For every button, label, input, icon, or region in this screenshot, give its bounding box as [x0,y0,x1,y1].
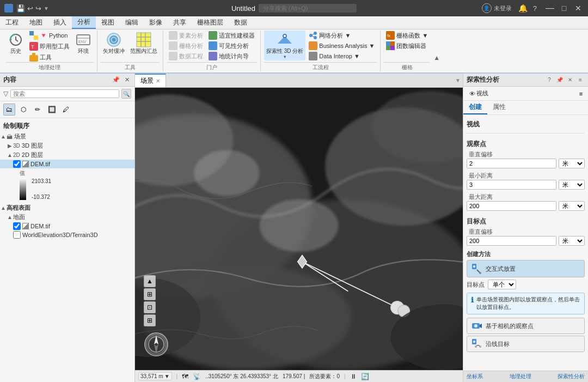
dem-ground-node[interactable]: DEM.tif [0,222,134,231]
menu-imagery[interactable]: 影像 [144,16,168,29]
ribbon-expand[interactable]: ▲ [433,31,442,71]
notification-icon[interactable]: 🔔 [518,4,528,13]
undo-icon[interactable]: ↩ [27,4,33,13]
map-zoom-full-icon[interactable]: ⊡ [144,301,156,313]
camera-observer-btn[interactable]: 基于相机的观察点 [467,318,585,334]
interactive-place-btn[interactable]: 交互式放置 [467,260,585,277]
vertical-offset-input[interactable] [467,159,556,168]
map-extra-icon[interactable]: ⊞ [144,314,156,326]
map-view[interactable]: ▲ ⊞ ⊡ ⊞ [135,88,463,370]
min-distance-input[interactable] [467,180,556,190]
exploratory-link[interactable]: 探索性分析 [558,373,585,380]
save-icon[interactable]: 💾 [16,4,25,13]
ribbon-btn-summary[interactable]: 范围内汇总 [128,31,160,56]
menu-share[interactable]: 共享 [168,16,192,29]
tab-close-icon[interactable]: ✕ [156,78,160,84]
ground-node[interactable]: ▲ 地面 [0,213,134,222]
rp-sightline-btn[interactable]: 👁 视线 [467,88,491,99]
scene-toggle[interactable]: ▲ [0,134,7,140]
help-icon[interactable]: ? [533,4,537,13]
tab-create[interactable]: 创建 [463,101,487,114]
user-label[interactable]: 未登录 [494,4,512,13]
ribbon-btn-env[interactable]: ENV 环境 [73,31,94,56]
target-vertical-offset-unit-select[interactable]: 米千米英尺 [559,236,585,246]
ribbon-btn-network-analysis[interactable]: 网络分析 ▼ [307,31,377,40]
dem-checkbox[interactable] [13,160,21,168]
layer-2d-node[interactable]: ▲ 2D 2D 图层 [0,150,134,160]
geoprocessing-link[interactable]: 地理处理 [510,373,531,380]
menu-analysis[interactable]: 分析 [72,16,96,29]
rp-pin-icon[interactable]: 📌 [555,76,564,84]
ribbon-btn-geostat[interactable]: 地统计向导 [206,51,257,61]
tab-attribute[interactable]: 属性 [487,101,511,114]
scene-tab[interactable]: 场景 ✕ [135,74,166,87]
layer-icon-table[interactable]: 🗂 [3,104,15,116]
search-input[interactable] [10,89,119,98]
refresh-btn[interactable]: 🔄 [361,373,369,380]
minimize-button[interactable]: — [544,3,555,14]
ground-toggle[interactable]: ▲ [7,214,13,220]
ribbon-btn-instant-tools[interactable]: T 即用型工具 [27,41,72,51]
layer-icon-pencil[interactable]: ✏ [32,104,44,116]
menu-raster-layer[interactable]: 栅格图层 [192,16,229,29]
dem-layer-node[interactable]: DEM.tif [0,160,134,168]
world-elevation-node[interactable]: WorldElevation3D/Terrain3D [0,231,134,239]
dropdown-icon[interactable]: ▼ [44,5,49,11]
max-distance-unit-select[interactable]: 米千米英尺 [559,201,585,211]
ribbon-btn-toolbox[interactable]: 工具 [27,52,72,62]
compass[interactable] [144,332,169,357]
ribbon-btn-data-engineer[interactable]: 数据工程 [167,51,205,61]
vertical-offset-unit-select[interactable]: 米千米英尺 [559,159,585,168]
map-extent-icon[interactable]: ⊞ [144,288,156,300]
ribbon-btn-business-analysis[interactable]: Business Analysis ▼ [307,41,377,51]
target-vertical-offset-input[interactable] [467,236,556,246]
ribbon-btn-suitability-modeler[interactable]: 适宜性建模器 [206,31,257,40]
ribbon-btn-raster-analysis[interactable]: 栅格分析 [167,41,205,51]
elevation-toggle[interactable]: ▲ [0,205,7,211]
map-tab-more[interactable]: ▼ [455,77,461,83]
ribbon-btn-visibility[interactable]: 可见性分析 [206,41,257,51]
menu-insert[interactable]: 插入 [48,16,72,29]
pause-btn[interactable]: ⏸ [350,373,357,380]
ribbon-btn-python[interactable]: 🔻 Python [27,31,72,40]
menu-data[interactable]: 数据 [229,16,253,29]
menu-edit[interactable]: 编辑 [120,16,144,29]
elevation-section-node[interactable]: ▲ 高程表面 [0,203,134,213]
redo-icon[interactable]: ↪ [35,4,41,13]
panel-pin-icon[interactable]: 📌 [112,76,120,84]
dem-ground-checkbox[interactable] [13,222,21,230]
max-distance-input[interactable] [467,201,556,211]
ribbon-btn-mosaic-editor[interactable]: 团数编辑器 [384,41,430,51]
layer-3d-node[interactable]: ▶ 3D 3D 图层 [0,141,134,150]
menu-view[interactable]: 视图 [96,16,120,29]
target-point-select[interactable]: 单个多个 [488,280,516,289]
target-line-btn[interactable]: 沿线目标 [467,336,585,352]
ribbon-btn-raster-func[interactable]: fx 栅格函数 ▼ [384,31,430,40]
rp-close-icon[interactable]: ✕ [566,76,574,84]
menu-map[interactable]: 地图 [24,16,48,29]
global-search-input[interactable] [259,4,357,13]
ribbon-btn-exploratory-3d[interactable]: 3D 探索性 3D 分析 ▼ [264,31,305,60]
min-distance-unit-select[interactable]: 米千米英尺 [559,180,585,190]
menu-project[interactable]: 工程 [0,16,24,29]
layer-3d-toggle[interactable]: ▶ [7,143,13,149]
rp-menu-icon[interactable]: ≡ [576,76,585,84]
close-button[interactable]: ✕ [573,3,584,14]
panel-close-icon[interactable]: ✕ [122,76,131,84]
rp-help-icon[interactable]: ? [545,76,554,84]
layer-2d-toggle[interactable]: ▲ [7,152,13,158]
layer-icon-draw[interactable]: 🖊 [60,104,72,116]
world-elevation-checkbox[interactable] [13,231,21,239]
rp-overflow-icon[interactable]: ≡ [577,90,585,98]
layer-icon-grid[interactable]: 🔲 [46,104,58,116]
ribbon-btn-feature-analysis[interactable]: 要素分析 [167,31,205,40]
ribbon-btn-buffer[interactable]: 矢对缓冲 [101,31,127,56]
search-button[interactable]: 🔍 [121,89,131,99]
map-up-icon[interactable]: ▲ [144,275,156,287]
maximize-button[interactable]: □ [559,3,569,14]
ribbon-btn-history[interactable]: 历史 [5,31,26,56]
crs-link[interactable]: 坐标系 [467,373,483,380]
ribbon-btn-data-interop[interactable]: Data Interop ▼ [307,51,377,61]
scene-node[interactable]: ▲ 🏔 场景 [0,132,134,141]
layer-icon-hex[interactable]: ⬡ [17,104,29,116]
